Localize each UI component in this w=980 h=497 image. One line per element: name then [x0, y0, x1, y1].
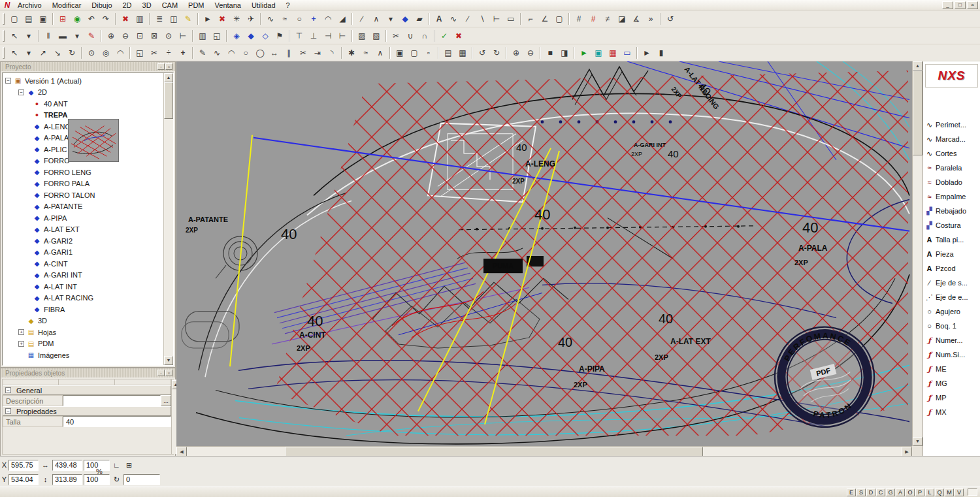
tree-item[interactable]: + PDM [5, 338, 163, 350]
zoom-out2-icon[interactable]: ⊖ [523, 46, 538, 59]
swap-x-icon[interactable]: ↔ [40, 461, 51, 469]
section-collapse-icon[interactable]: − [5, 408, 11, 414]
copy-shape-icon[interactable]: ◱ [210, 29, 224, 42]
delete-all-icon[interactable]: ✖ [215, 12, 229, 25]
sharp-icon[interactable]: ∧ [373, 46, 387, 59]
section-general[interactable]: − General [3, 385, 171, 395]
scroll-down-button[interactable]: ▼ [913, 437, 923, 446]
panel-close-button[interactable]: × [165, 63, 172, 70]
zoom-extents-icon[interactable]: ⊠ [147, 29, 161, 42]
tree-item-root[interactable]: − Versión 1 (Actual) [5, 75, 163, 87]
layer-toggle-button[interactable]: D [866, 489, 875, 496]
tool-splice[interactable]: ≈ Empalme [923, 189, 980, 204]
layer-toggle-button[interactable]: C [876, 489, 885, 496]
layer-toggle-button[interactable]: S [857, 489, 866, 496]
descripcion-input[interactable] [63, 395, 161, 406]
hatch-region-icon[interactable]: ▤ [441, 46, 455, 59]
layer-toggle-button[interactable]: Q [935, 489, 944, 496]
swatch-black-icon[interactable]: ■ [543, 46, 557, 59]
more-options-button[interactable]: ... [161, 395, 171, 406]
tool-symmetry-axis[interactable]: ∕ Eje de s... [923, 276, 980, 290]
diamond-blue-icon[interactable]: ◈ [229, 29, 244, 42]
notch-red-icon[interactable]: # [586, 12, 600, 25]
expand-collapse-icon[interactable]: − [18, 89, 24, 95]
tree-item[interactable]: A-PIPA [5, 212, 163, 224]
pen-style-icon[interactable]: ‖ [41, 29, 56, 42]
last-tool-icon[interactable]: ► [640, 46, 654, 59]
corner-mark-icon[interactable]: ⌐ [523, 12, 538, 25]
cancel-icon[interactable]: ✖ [451, 29, 466, 42]
align-top-icon[interactable]: ⊤ [292, 29, 306, 42]
tree-item[interactable]: 40 ANT [5, 98, 163, 110]
arrow-tool-icon[interactable]: ↖ [7, 46, 22, 59]
box-tool-icon[interactable]: ▢ [552, 12, 566, 25]
zoom-window-icon[interactable]: ⊡ [133, 29, 147, 42]
open-file-icon[interactable]: ▤ [22, 12, 36, 25]
toolbar-grip[interactable] [3, 13, 5, 25]
circle-tool-icon[interactable]: ○ [292, 12, 306, 25]
copy-icon[interactable]: ▥ [133, 12, 147, 25]
tree-item[interactable]: FORRO LENG [5, 167, 163, 178]
menu-item[interactable]: 3D [137, 1, 157, 10]
freehand-icon[interactable]: ≈ [278, 12, 292, 25]
panel-close-button[interactable]: × [165, 370, 172, 376]
redo-icon[interactable]: ↷ [99, 12, 113, 25]
slash-tool-icon[interactable]: ∕ [461, 12, 475, 25]
ungroup-icon[interactable]: ▢ [407, 46, 421, 59]
measure-angle-icon[interactable]: ∡ [629, 12, 644, 25]
play-icon[interactable]: ► [577, 46, 591, 59]
align-left-icon[interactable]: ⊣ [321, 29, 335, 42]
duplicate-icon[interactable]: ◱ [133, 46, 147, 59]
grid-settings-icon[interactable]: ⊞ [123, 461, 135, 470]
refresh-icon[interactable]: ↺ [663, 12, 678, 25]
select-tool-icon[interactable]: ↖ [7, 29, 22, 42]
tree-item[interactable]: A-GARI INT [5, 270, 163, 281]
notch-double-icon[interactable]: ≠ [600, 12, 615, 25]
screen-icon[interactable]: ▣ [591, 46, 606, 59]
cut-curve-icon[interactable]: ✂ [389, 29, 403, 42]
diamond-outline-icon[interactable]: ◇ [258, 29, 272, 42]
print-preview-icon[interactable]: ◫ [167, 12, 181, 25]
arrow-ne-icon[interactable]: ↗ [36, 46, 50, 59]
menu-item[interactable]: Ventana [210, 1, 246, 10]
angle-tool-icon[interactable]: ∠ [538, 12, 552, 25]
split-curve-icon[interactable]: ∩ [417, 29, 432, 42]
zoom-out-icon[interactable]: ⊖ [118, 29, 133, 42]
layer-toggle-button[interactable]: E [847, 489, 856, 496]
notch-icon[interactable]: # [572, 12, 586, 25]
circle2-icon[interactable]: ○ [238, 46, 253, 59]
scroll-thumb[interactable] [164, 82, 173, 119]
magnet-icon[interactable]: ◠ [113, 46, 127, 59]
join-curve-icon[interactable]: ∪ [403, 29, 417, 42]
minimize-button[interactable]: _ [942, 1, 953, 9]
monitor-icon[interactable]: ▭ [620, 46, 634, 59]
divide-icon[interactable]: ÷ [161, 46, 176, 59]
ruler-icon[interactable]: ⊢ [489, 12, 504, 25]
align-right-icon[interactable]: ⊢ [335, 29, 350, 42]
region-icon[interactable]: ▫ [421, 46, 436, 59]
end-icon[interactable]: ▮ [654, 46, 668, 59]
zoom-previous-icon[interactable]: ⊙ [161, 29, 176, 42]
tool-numbering[interactable]: ƒ Numer... [923, 333, 980, 347]
drawing-canvas[interactable]: PUMA 40 A-PATANTE 2XP 40 A-LENG 2XP 40 A… [176, 61, 912, 446]
line-width-icon[interactable]: ▬ [56, 29, 70, 42]
x-delta-value[interactable]: 439.48 [52, 460, 82, 471]
pdm-link-icon[interactable]: ⊞ [56, 12, 70, 25]
node-edit-icon[interactable]: ✱ [344, 46, 359, 59]
ruler-toggle-icon[interactable]: ⊢ [176, 29, 190, 42]
align-bottom-icon[interactable]: ⊥ [306, 29, 321, 42]
swatch-split-icon[interactable]: ◨ [557, 46, 572, 59]
menu-item[interactable]: Modificar [47, 1, 87, 10]
line-tool-icon[interactable]: ∕ [355, 12, 369, 25]
dropdown-arrow-icon[interactable]: ▾ [70, 29, 84, 42]
scroll-up-button[interactable]: ▲ [164, 73, 173, 82]
arc-tool-icon[interactable]: ◠ [321, 12, 335, 25]
text-tool-icon[interactable]: A [432, 12, 446, 25]
menu-item[interactable]: PDM [183, 1, 209, 10]
tool-mx[interactable]: ƒ MX [923, 405, 980, 419]
tool-mg[interactable]: ƒ MG [923, 376, 980, 391]
expand-collapse-icon[interactable]: + [18, 341, 24, 347]
layers-icon[interactable]: ▦ [606, 46, 620, 59]
tree-item[interactable]: A-LAT EXT [5, 224, 163, 236]
scroll-thumb[interactable] [913, 71, 923, 155]
